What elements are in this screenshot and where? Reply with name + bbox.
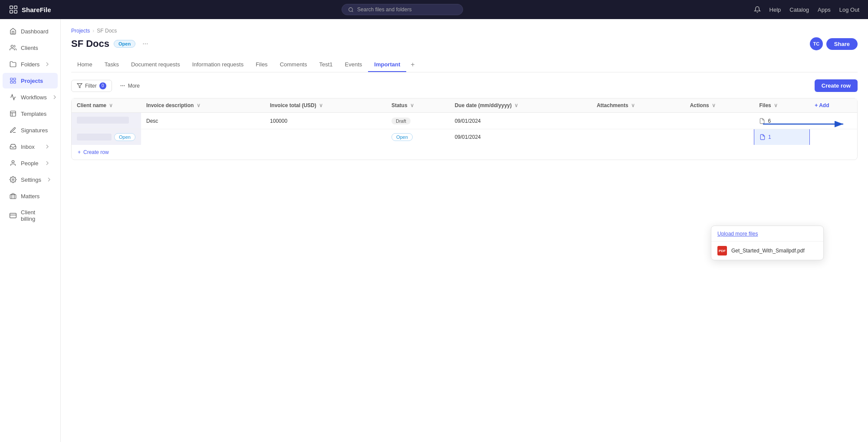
- table-header-row: Client name ∨ Invoice description ∨ Invo…: [72, 98, 857, 113]
- col-header-invoice-total[interactable]: Invoice total (USD) ∨: [265, 98, 386, 113]
- apps-link[interactable]: Apps: [818, 7, 831, 13]
- breadcrumb-projects[interactable]: Projects: [71, 28, 90, 34]
- bell-icon[interactable]: [754, 6, 761, 13]
- svg-rect-16: [10, 213, 16, 218]
- sidebar-item-people[interactable]: People: [3, 155, 58, 171]
- svg-point-20: [124, 85, 124, 86]
- tab-comments[interactable]: Comments: [274, 58, 313, 72]
- files-dropdown-header: Upload more files: [711, 226, 823, 242]
- status-badge-draft: Draft: [391, 118, 411, 124]
- projects-icon: [10, 77, 16, 84]
- col-header-attachments[interactable]: Attachments ∨: [592, 98, 685, 113]
- tab-information-requests[interactable]: Information requests: [186, 58, 250, 72]
- tab-bar: Home Tasks Document requests Information…: [71, 57, 858, 72]
- more-button[interactable]: More: [116, 81, 143, 91]
- upload-more-files-link[interactable]: Upload more files: [717, 231, 758, 237]
- svg-rect-7: [13, 78, 16, 80]
- sidebar-item-clients[interactable]: Clients: [3, 40, 58, 56]
- sidebar-item-workflows[interactable]: Workflows: [3, 89, 58, 105]
- cell-client-name-2[interactable]: Open: [72, 129, 141, 145]
- sidebar-item-templates[interactable]: Templates: [3, 106, 58, 121]
- due-date-value-2: 09/01/2024: [455, 134, 481, 140]
- tab-home[interactable]: Home: [71, 58, 99, 72]
- sidebar-item-projects[interactable]: Projects: [3, 73, 58, 88]
- sidebar-item-signatures[interactable]: Signatures: [3, 122, 58, 138]
- cell-status-2[interactable]: Open: [386, 129, 450, 145]
- sidebar-item-dashboard[interactable]: Dashboard: [3, 23, 58, 39]
- files-cell-1[interactable]: 6: [759, 118, 804, 124]
- invoice-total-value: 100000: [270, 118, 287, 124]
- cell-status-1[interactable]: Draft: [386, 113, 450, 129]
- cell-attachments-1[interactable]: [592, 113, 685, 129]
- col-header-invoice-desc[interactable]: Invoice description ∨: [141, 98, 265, 113]
- cell-actions-1[interactable]: [685, 113, 754, 129]
- sort-icon-actions: ∨: [712, 102, 716, 108]
- cell-invoice-total-2[interactable]: [265, 129, 386, 145]
- cell-actions-2[interactable]: [685, 129, 754, 145]
- svg-point-5: [11, 45, 13, 47]
- cell-invoice-total-1[interactable]: 100000: [265, 113, 386, 129]
- sidebar-item-folders[interactable]: Folders: [3, 56, 58, 72]
- col-header-due-date[interactable]: Due date (mm/dd/yyyy) ∨: [450, 98, 592, 113]
- logout-link[interactable]: Log Out: [839, 7, 859, 13]
- cell-files-2[interactable]: 1: [754, 129, 809, 145]
- chevron-right-icon2: [51, 94, 58, 101]
- cell-due-date-2[interactable]: 09/01/2024: [450, 129, 592, 145]
- sidebar-label-settings: Settings: [21, 177, 41, 183]
- svg-rect-1: [14, 6, 17, 9]
- cell-files-1[interactable]: 6: [754, 113, 809, 129]
- cell-due-date-1[interactable]: 09/01/2024: [450, 113, 592, 129]
- tab-important[interactable]: Important: [368, 58, 406, 72]
- status-badge[interactable]: Open: [114, 40, 135, 48]
- sort-icon-total: ∨: [319, 102, 323, 108]
- add-tab-button[interactable]: +: [406, 57, 419, 72]
- create-row-link[interactable]: + Create row: [72, 145, 857, 160]
- sidebar-label-templates: Templates: [21, 111, 46, 117]
- tab-document-requests[interactable]: Document requests: [125, 58, 186, 72]
- plus-icon: +: [78, 149, 81, 155]
- files-cell-2[interactable]: 1: [760, 134, 804, 140]
- cell-add-1[interactable]: [809, 113, 857, 129]
- col-header-status[interactable]: Status ∨: [386, 98, 450, 113]
- sort-icon-status: ∨: [410, 102, 414, 108]
- cell-client-name-1[interactable]: [72, 113, 141, 129]
- share-button[interactable]: Share: [826, 38, 858, 50]
- sort-icon-files: ∨: [774, 102, 778, 108]
- page-title-row: SF Docs Open ··· TC Share: [71, 37, 858, 50]
- help-link[interactable]: Help: [769, 7, 781, 13]
- search-icon: [348, 7, 354, 13]
- home-icon: [10, 28, 16, 35]
- create-row-label: Create row: [83, 149, 109, 155]
- cell-invoice-desc-1[interactable]: Desc: [141, 113, 265, 129]
- sidebar-item-client-billing[interactable]: Client billing: [3, 205, 58, 226]
- tab-tasks[interactable]: Tasks: [99, 58, 125, 72]
- filter-button[interactable]: Filter 0: [71, 80, 112, 92]
- app-logo[interactable]: ShareFile: [9, 5, 51, 14]
- tab-test1[interactable]: Test1: [313, 58, 339, 72]
- row-open-badge: Open: [114, 133, 135, 141]
- tab-events[interactable]: Events: [339, 58, 368, 72]
- cell-add-2[interactable]: [809, 129, 857, 145]
- catalog-link[interactable]: Catalog: [789, 7, 809, 13]
- tab-files[interactable]: Files: [250, 58, 273, 72]
- sidebar-label-folders: Folders: [21, 61, 39, 68]
- col-header-client-name[interactable]: Client name ∨: [72, 98, 141, 113]
- files-dropdown-item[interactable]: PDF Get_Started_With_Smallpdf.pdf: [711, 242, 823, 260]
- sidebar-item-matters[interactable]: Matters: [3, 188, 58, 204]
- cell-invoice-desc-2[interactable]: [141, 129, 265, 145]
- create-row-button[interactable]: Create row: [815, 79, 858, 92]
- col-header-files[interactable]: Files ∨: [754, 98, 809, 113]
- table-row[interactable]: Desc 100000 Draft 09/01/2024: [72, 113, 857, 129]
- col-header-actions[interactable]: Actions ∨: [685, 98, 754, 113]
- add-column-header[interactable]: + Add: [809, 98, 857, 113]
- more-options-button[interactable]: ···: [140, 39, 151, 49]
- sidebar-label-matters: Matters: [21, 193, 39, 200]
- app-name: ShareFile: [22, 6, 51, 13]
- cell-attachments-2[interactable]: [592, 129, 685, 145]
- add-column-button[interactable]: + Add: [815, 102, 852, 108]
- folder-icon: [10, 61, 16, 68]
- search-box[interactable]: Search files and folders: [342, 4, 463, 15]
- sidebar-item-settings[interactable]: Settings: [3, 172, 58, 187]
- table-row[interactable]: Open Open 09/01/2024: [72, 129, 857, 145]
- sidebar-item-inbox[interactable]: Inbox: [3, 139, 58, 154]
